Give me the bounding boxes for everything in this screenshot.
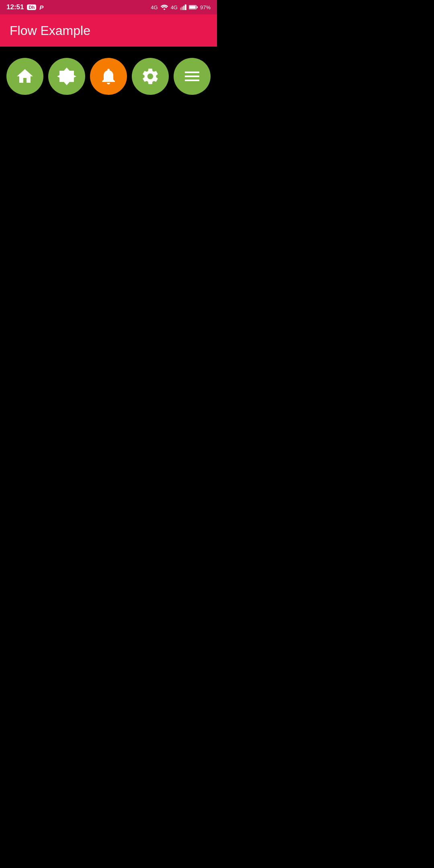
status-bar-left: 12:51 Dh P — [6, 3, 43, 11]
parkwhiz-icon: P — [39, 4, 43, 11]
home-button[interactable] — [6, 58, 43, 95]
disney-icon: Dh — [27, 4, 36, 10]
battery-icon — [189, 4, 198, 10]
app-title: Flow Example — [10, 23, 90, 38]
status-time: 12:51 — [6, 3, 24, 11]
menu-icon — [182, 67, 202, 86]
gear-icon — [141, 67, 160, 86]
svg-rect-5 — [189, 6, 196, 8]
signal-4g-2-label: 4G — [171, 4, 178, 10]
notification-button[interactable] — [90, 58, 127, 95]
status-bar: 12:51 Dh P 4G 4G 97% — [0, 0, 217, 14]
bell-icon — [99, 67, 118, 86]
alert-button[interactable]: ! — [48, 58, 85, 95]
cellular-icon — [180, 4, 186, 10]
status-bar-right: 4G 4G 97% — [151, 4, 211, 10]
alert-badge-icon: ! — [57, 67, 76, 86]
wifi-icon — [160, 4, 168, 10]
svg-rect-6 — [197, 6, 198, 8]
svg-rect-0 — [180, 8, 181, 10]
menu-button[interactable] — [174, 58, 211, 95]
app-bar: Flow Example — [0, 14, 217, 47]
content-area: ! — [0, 47, 217, 106]
battery-level: 97% — [200, 4, 211, 10]
home-icon — [15, 67, 35, 86]
settings-button[interactable] — [132, 58, 169, 95]
signal-4g-1-label: 4G — [151, 4, 158, 10]
svg-rect-2 — [183, 6, 184, 10]
svg-text:!: ! — [66, 73, 68, 82]
flow-buttons-row: ! — [6, 58, 211, 95]
svg-rect-1 — [182, 6, 183, 10]
svg-rect-3 — [185, 4, 186, 10]
